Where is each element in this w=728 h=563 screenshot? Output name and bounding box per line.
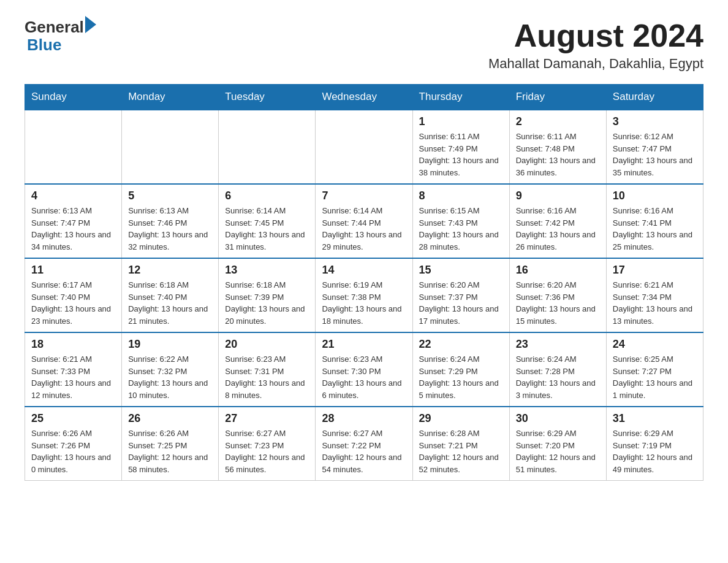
day-number: 14 [322, 264, 406, 277]
day-number: 25 [31, 412, 115, 425]
day-info: Sunrise: 6:19 AM Sunset: 7:38 PM Dayligh… [322, 279, 406, 327]
day-info: Sunrise: 6:27 AM Sunset: 7:23 PM Dayligh… [225, 427, 309, 475]
day-info: Sunrise: 6:13 AM Sunset: 7:47 PM Dayligh… [31, 205, 115, 253]
calendar-cell [316, 110, 412, 184]
day-number: 4 [31, 190, 115, 202]
calendar-cell: 22Sunrise: 6:24 AM Sunset: 7:29 PM Dayli… [412, 332, 509, 407]
day-of-week-header: Monday [122, 85, 219, 110]
calendar-header-row: SundayMondayTuesdayWednesdayThursdayFrid… [25, 85, 703, 110]
day-info: Sunrise: 6:21 AM Sunset: 7:34 PM Dayligh… [613, 279, 697, 327]
day-number: 3 [613, 115, 697, 128]
day-of-week-header: Wednesday [316, 85, 412, 110]
logo-triangle-icon [85, 16, 96, 33]
day-info: Sunrise: 6:16 AM Sunset: 7:41 PM Dayligh… [613, 205, 697, 253]
calendar-cell: 14Sunrise: 6:19 AM Sunset: 7:38 PM Dayli… [316, 258, 412, 332]
calendar-cell: 2Sunrise: 6:11 AM Sunset: 7:48 PM Daylig… [509, 110, 606, 184]
day-number: 6 [225, 190, 309, 202]
day-info: Sunrise: 6:29 AM Sunset: 7:20 PM Dayligh… [516, 427, 600, 475]
day-info: Sunrise: 6:29 AM Sunset: 7:19 PM Dayligh… [613, 427, 697, 475]
calendar-cell: 25Sunrise: 6:26 AM Sunset: 7:26 PM Dayli… [25, 407, 122, 481]
logo-blue-text: Blue [25, 36, 96, 54]
calendar-cell: 31Sunrise: 6:29 AM Sunset: 7:19 PM Dayli… [606, 407, 703, 481]
day-info: Sunrise: 6:11 AM Sunset: 7:49 PM Dayligh… [419, 131, 503, 178]
day-of-week-header: Thursday [412, 85, 509, 110]
day-number: 11 [31, 264, 115, 277]
calendar-cell [219, 110, 316, 184]
day-info: Sunrise: 6:18 AM Sunset: 7:40 PM Dayligh… [128, 279, 212, 327]
day-info: Sunrise: 6:24 AM Sunset: 7:28 PM Dayligh… [516, 353, 600, 401]
day-number: 7 [322, 190, 406, 202]
day-info: Sunrise: 6:23 AM Sunset: 7:30 PM Dayligh… [322, 353, 406, 401]
day-info: Sunrise: 6:14 AM Sunset: 7:44 PM Dayligh… [322, 205, 406, 253]
day-info: Sunrise: 6:13 AM Sunset: 7:46 PM Dayligh… [128, 205, 212, 253]
day-number: 27 [225, 412, 309, 425]
calendar-cell: 6Sunrise: 6:14 AM Sunset: 7:45 PM Daylig… [219, 184, 316, 258]
day-number: 5 [128, 190, 212, 202]
calendar-cell: 1Sunrise: 6:11 AM Sunset: 7:49 PM Daylig… [412, 110, 509, 184]
calendar-cell: 26Sunrise: 6:26 AM Sunset: 7:25 PM Dayli… [122, 407, 219, 481]
day-number: 12 [128, 264, 212, 277]
day-info: Sunrise: 6:11 AM Sunset: 7:48 PM Dayligh… [516, 131, 600, 178]
calendar-cell: 3Sunrise: 6:12 AM Sunset: 7:47 PM Daylig… [606, 110, 703, 184]
calendar-cell: 18Sunrise: 6:21 AM Sunset: 7:33 PM Dayli… [25, 332, 122, 407]
day-of-week-header: Sunday [25, 85, 122, 110]
day-number: 29 [419, 412, 503, 425]
page-header: General Blue August 2024 Mahallat Damana… [25, 18, 703, 72]
calendar-cell: 21Sunrise: 6:23 AM Sunset: 7:30 PM Dayli… [316, 332, 412, 407]
calendar-cell: 5Sunrise: 6:13 AM Sunset: 7:46 PM Daylig… [122, 184, 219, 258]
calendar-cell: 11Sunrise: 6:17 AM Sunset: 7:40 PM Dayli… [25, 258, 122, 332]
title-area: August 2024 Mahallat Damanah, Dakahlia, … [488, 18, 703, 72]
calendar-cell: 28Sunrise: 6:27 AM Sunset: 7:22 PM Dayli… [316, 407, 412, 481]
day-number: 21 [322, 338, 406, 351]
day-number: 8 [419, 190, 503, 202]
day-info: Sunrise: 6:25 AM Sunset: 7:27 PM Dayligh… [613, 353, 697, 401]
week-row: 11Sunrise: 6:17 AM Sunset: 7:40 PM Dayli… [25, 258, 703, 332]
calendar-cell: 16Sunrise: 6:20 AM Sunset: 7:36 PM Dayli… [509, 258, 606, 332]
calendar-cell: 20Sunrise: 6:23 AM Sunset: 7:31 PM Dayli… [219, 332, 316, 407]
calendar-cell: 19Sunrise: 6:22 AM Sunset: 7:32 PM Dayli… [122, 332, 219, 407]
day-of-week-header: Tuesday [219, 85, 316, 110]
day-info: Sunrise: 6:26 AM Sunset: 7:26 PM Dayligh… [31, 427, 115, 475]
calendar-cell: 13Sunrise: 6:18 AM Sunset: 7:39 PM Dayli… [219, 258, 316, 332]
day-number: 17 [613, 264, 697, 277]
day-info: Sunrise: 6:21 AM Sunset: 7:33 PM Dayligh… [31, 353, 115, 401]
day-info: Sunrise: 6:12 AM Sunset: 7:47 PM Dayligh… [613, 131, 697, 178]
day-number: 30 [516, 412, 600, 425]
day-number: 13 [225, 264, 309, 277]
week-row: 25Sunrise: 6:26 AM Sunset: 7:26 PM Dayli… [25, 407, 703, 481]
calendar-cell [25, 110, 122, 184]
day-number: 1 [419, 115, 503, 128]
calendar-cell: 10Sunrise: 6:16 AM Sunset: 7:41 PM Dayli… [606, 184, 703, 258]
day-number: 10 [613, 190, 697, 202]
day-info: Sunrise: 6:20 AM Sunset: 7:36 PM Dayligh… [516, 279, 600, 327]
day-number: 20 [225, 338, 309, 351]
day-info: Sunrise: 6:16 AM Sunset: 7:42 PM Dayligh… [516, 205, 600, 253]
calendar-cell: 4Sunrise: 6:13 AM Sunset: 7:47 PM Daylig… [25, 184, 122, 258]
calendar-cell: 29Sunrise: 6:28 AM Sunset: 7:21 PM Dayli… [412, 407, 509, 481]
week-row: 4Sunrise: 6:13 AM Sunset: 7:47 PM Daylig… [25, 184, 703, 258]
week-row: 1Sunrise: 6:11 AM Sunset: 7:49 PM Daylig… [25, 110, 703, 184]
day-info: Sunrise: 6:14 AM Sunset: 7:45 PM Dayligh… [225, 205, 309, 253]
calendar-cell: 24Sunrise: 6:25 AM Sunset: 7:27 PM Dayli… [606, 332, 703, 407]
location-title: Mahallat Damanah, Dakahlia, Egypt [488, 56, 703, 72]
logo-general-text: General [25, 18, 84, 36]
day-info: Sunrise: 6:27 AM Sunset: 7:22 PM Dayligh… [322, 427, 406, 475]
day-number: 9 [516, 190, 600, 202]
day-number: 15 [419, 264, 503, 277]
day-number: 19 [128, 338, 212, 351]
calendar-cell: 12Sunrise: 6:18 AM Sunset: 7:40 PM Dayli… [122, 258, 219, 332]
day-info: Sunrise: 6:15 AM Sunset: 7:43 PM Dayligh… [419, 205, 503, 253]
week-row: 18Sunrise: 6:21 AM Sunset: 7:33 PM Dayli… [25, 332, 703, 407]
calendar-cell: 30Sunrise: 6:29 AM Sunset: 7:20 PM Dayli… [509, 407, 606, 481]
day-number: 31 [613, 412, 697, 425]
calendar-cell [122, 110, 219, 184]
logo: General Blue [25, 18, 96, 53]
calendar-cell: 8Sunrise: 6:15 AM Sunset: 7:43 PM Daylig… [412, 184, 509, 258]
day-number: 26 [128, 412, 212, 425]
day-info: Sunrise: 6:23 AM Sunset: 7:31 PM Dayligh… [225, 353, 309, 401]
calendar-table: SundayMondayTuesdayWednesdayThursdayFrid… [25, 84, 703, 481]
calendar-cell: 27Sunrise: 6:27 AM Sunset: 7:23 PM Dayli… [219, 407, 316, 481]
day-of-week-header: Saturday [606, 85, 703, 110]
day-of-week-header: Friday [509, 85, 606, 110]
day-number: 28 [322, 412, 406, 425]
